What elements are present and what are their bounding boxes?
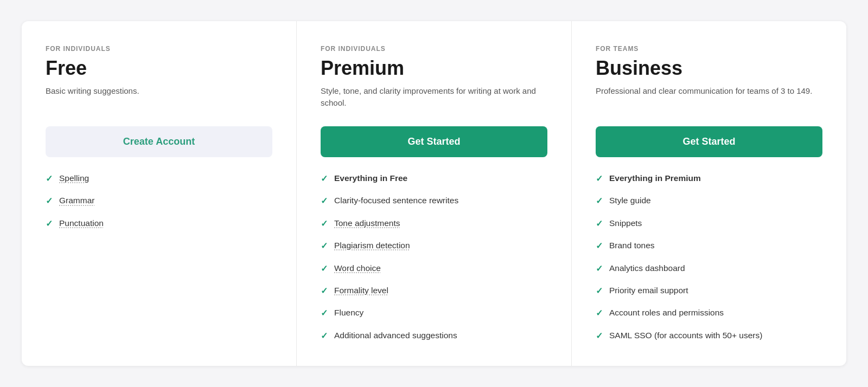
check-icon: ✓ (321, 218, 328, 230)
pricing-container: FOR INDIVIDUALSFreeBasic writing suggest… (22, 21, 846, 366)
plan-name: Free (46, 57, 272, 80)
feature-text: Priority email support (609, 285, 688, 296)
check-icon: ✓ (321, 240, 328, 252)
plan-description: Basic writing suggestions. (46, 85, 272, 111)
check-icon: ✓ (321, 307, 328, 319)
feature-text: Everything in Premium (609, 172, 701, 184)
features-list: ✓Everything in Free✓Clarity-focused sent… (321, 172, 547, 342)
feature-item: ✓Spelling (46, 172, 272, 185)
feature-text: Fluency (334, 307, 363, 319)
free-cta-button[interactable]: Create Account (46, 126, 272, 157)
feature-item: ✓Priority email support (596, 285, 822, 297)
feature-text: Punctuation (59, 217, 104, 229)
feature-text: Clarity-focused sentence rewrites (334, 195, 458, 207)
plan-name: Premium (321, 57, 547, 80)
feature-text: Analytics dashboard (609, 262, 685, 274)
feature-text: Style guide (609, 195, 651, 207)
check-icon: ✓ (321, 195, 328, 207)
check-icon: ✓ (596, 195, 603, 207)
feature-item: ✓Style guide (596, 195, 822, 207)
plan-audience: FOR TEAMS (596, 45, 822, 53)
check-icon: ✓ (321, 285, 328, 297)
plan-description: Style, tone, and clarity improvements fo… (321, 85, 547, 111)
check-icon: ✓ (596, 240, 603, 252)
check-icon: ✓ (596, 330, 603, 342)
feature-item: ✓Word choice (321, 262, 547, 275)
feature-item: ✓Brand tones (596, 240, 822, 252)
feature-item: ✓Punctuation (46, 217, 272, 230)
feature-item: ✓Formality level (321, 285, 547, 297)
check-icon: ✓ (46, 218, 53, 230)
feature-text: Brand tones (609, 240, 655, 251)
feature-text: SAML SSO (for accounts with 50+ users) (609, 330, 762, 341)
feature-item: ✓Everything in Free (321, 172, 547, 185)
plan-audience: FOR INDIVIDUALS (321, 45, 547, 53)
feature-item: ✓Account roles and permissions (596, 307, 822, 319)
feature-text: Additional advanced suggestions (334, 330, 457, 341)
feature-item: ✓Additional advanced suggestions (321, 330, 547, 342)
check-icon: ✓ (321, 173, 328, 185)
feature-text: Spelling (59, 172, 89, 184)
check-icon: ✓ (46, 173, 53, 185)
feature-text: Grammar (59, 195, 94, 207)
feature-item: ✓Fluency (321, 307, 547, 319)
check-icon: ✓ (596, 218, 603, 230)
check-icon: ✓ (46, 195, 53, 207)
feature-item: ✓Clarity-focused sentence rewrites (321, 195, 547, 207)
plan-name: Business (596, 57, 822, 80)
feature-text: Snippets (609, 217, 642, 229)
plan-audience: FOR INDIVIDUALS (46, 45, 272, 53)
check-icon: ✓ (596, 263, 603, 275)
feature-text: Formality level (334, 285, 388, 296)
feature-text: Account roles and permissions (609, 307, 724, 319)
feature-item: ✓Analytics dashboard (596, 262, 822, 275)
features-list: ✓Spelling✓Grammar✓Punctuation (46, 172, 272, 230)
feature-item: ✓Plagiarism detection (321, 240, 547, 252)
feature-item: ✓Snippets (596, 217, 822, 230)
business-cta-button[interactable]: Get Started (596, 126, 822, 157)
premium-cta-button[interactable]: Get Started (321, 126, 547, 157)
feature-item: ✓SAML SSO (for accounts with 50+ users) (596, 330, 822, 342)
plan-description: Professional and clear communication for… (596, 85, 822, 111)
features-list: ✓Everything in Premium✓Style guide✓Snipp… (596, 172, 822, 342)
pricing-card-premium: FOR INDIVIDUALSPremiumStyle, tone, and c… (297, 21, 572, 366)
feature-text: Plagiarism detection (334, 240, 410, 251)
check-icon: ✓ (321, 330, 328, 342)
feature-text: Word choice (334, 262, 381, 274)
check-icon: ✓ (596, 285, 603, 297)
pricing-card-business: FOR TEAMSBusinessProfessional and clear … (572, 21, 846, 366)
feature-text: Tone adjustments (334, 217, 400, 229)
feature-item: ✓Tone adjustments (321, 217, 547, 230)
feature-text: Everything in Free (334, 172, 407, 184)
check-icon: ✓ (321, 263, 328, 275)
check-icon: ✓ (596, 173, 603, 185)
feature-item: ✓Everything in Premium (596, 172, 822, 185)
feature-item: ✓Grammar (46, 195, 272, 207)
pricing-card-free: FOR INDIVIDUALSFreeBasic writing suggest… (22, 21, 297, 366)
check-icon: ✓ (596, 307, 603, 319)
